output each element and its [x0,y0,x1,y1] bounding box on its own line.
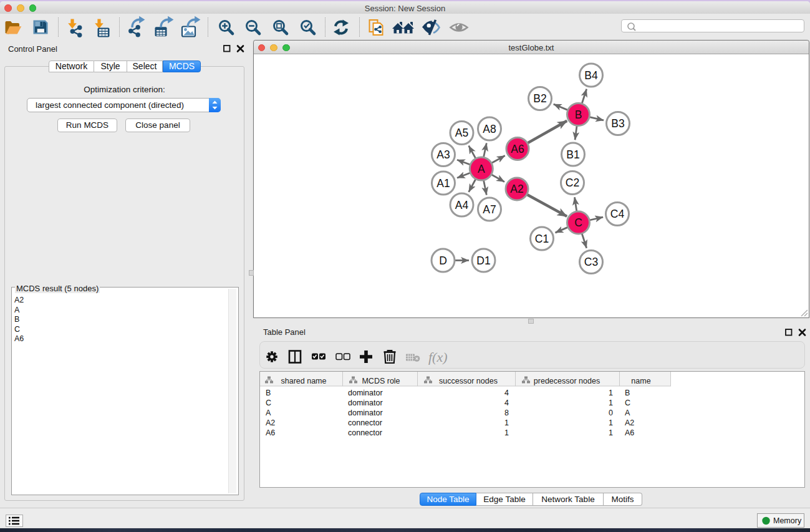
svg-text:B3: B3 [611,117,624,130]
svg-text:successor nodes: successor nodes [439,377,498,385]
svg-text:C: C [266,399,271,407]
svg-text:A1: A1 [436,177,450,190]
svg-text:A2: A2 [510,183,523,195]
svg-text:name: name [631,377,650,385]
svg-text:B4: B4 [584,69,598,82]
svg-text:1: 1 [504,418,509,427]
svg-text:shared name: shared name [281,377,327,385]
svg-text:A: A [625,409,630,417]
svg-text:A7: A7 [483,203,496,216]
svg-text:A6: A6 [266,428,275,437]
svg-text:A8: A8 [483,123,496,135]
svg-text:B: B [625,389,630,397]
svg-text:A6: A6 [511,143,524,155]
svg-text:C1: C1 [535,233,549,245]
svg-text:B: B [266,389,271,397]
svg-text:1: 1 [609,418,613,427]
svg-text:A2: A2 [625,418,634,427]
svg-text:A: A [266,409,271,417]
svg-text:connector: connector [348,418,382,427]
svg-text:MCDS role: MCDS role [362,377,400,385]
svg-text:B1: B1 [566,148,579,161]
svg-text:A6: A6 [625,428,634,437]
svg-text:C: C [625,399,630,407]
svg-text:C3: C3 [584,256,598,268]
svg-text:connector: connector [348,428,382,437]
svg-text:B: B [575,109,582,121]
svg-text:1: 1 [609,428,613,437]
svg-text:C2: C2 [566,177,579,189]
svg-text:A: A [478,163,485,175]
svg-text:4: 4 [504,389,509,397]
svg-text:C4: C4 [610,208,625,220]
svg-text:A3: A3 [436,148,450,161]
svg-text:1: 1 [504,428,509,437]
svg-text:D: D [439,254,447,267]
svg-text:dominator: dominator [348,399,383,407]
svg-text:0: 0 [609,409,613,417]
svg-text:1: 1 [609,389,613,397]
svg-text:4: 4 [504,399,509,407]
svg-text:A5: A5 [455,127,468,139]
svg-text:B2: B2 [533,92,546,105]
svg-text:C: C [574,216,582,229]
svg-text:1: 1 [609,399,613,407]
svg-text:predecessor nodes: predecessor nodes [534,377,600,385]
svg-text:f(x): f(x) [428,349,448,365]
svg-text:dominator: dominator [348,409,383,417]
svg-text:8: 8 [504,409,509,417]
svg-text:A2: A2 [266,418,275,427]
svg-text:A4: A4 [455,199,469,211]
svg-text:dominator: dominator [348,389,383,397]
svg-text:D1: D1 [476,254,490,267]
